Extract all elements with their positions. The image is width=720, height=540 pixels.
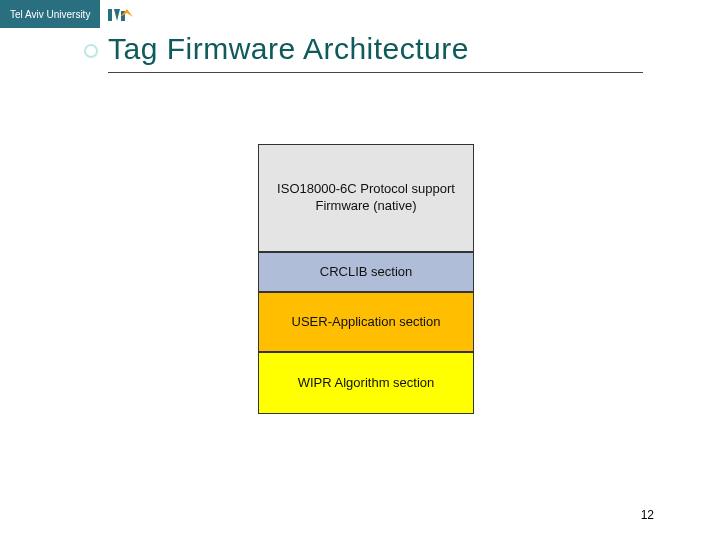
- branding-header: Tel Aviv University: [0, 0, 142, 28]
- svg-rect-0: [108, 9, 112, 21]
- title-underline: [108, 72, 643, 73]
- architecture-diagram: ISO18000-6C Protocol support Firmware (n…: [258, 144, 474, 414]
- logo-icon: [106, 5, 136, 23]
- layer-user-application: USER-Application section: [258, 292, 474, 352]
- layer-iso-protocol: ISO18000-6C Protocol support Firmware (n…: [258, 144, 474, 252]
- layer-wipr-algorithm: WIPR Algorithm section: [258, 352, 474, 414]
- layer-iso-line2: Firmware (native): [315, 198, 416, 215]
- layer-iso-line1: ISO18000-6C Protocol support: [277, 181, 455, 198]
- university-logo: [100, 0, 142, 28]
- page-number: 12: [641, 508, 654, 522]
- layer-crclib: CRCLIB section: [258, 252, 474, 292]
- slide-title-block: Tag Firmware Architecture: [108, 32, 660, 73]
- title-bullet-icon: [84, 44, 98, 58]
- university-name: Tel Aviv University: [0, 0, 100, 28]
- slide-title: Tag Firmware Architecture: [108, 32, 660, 66]
